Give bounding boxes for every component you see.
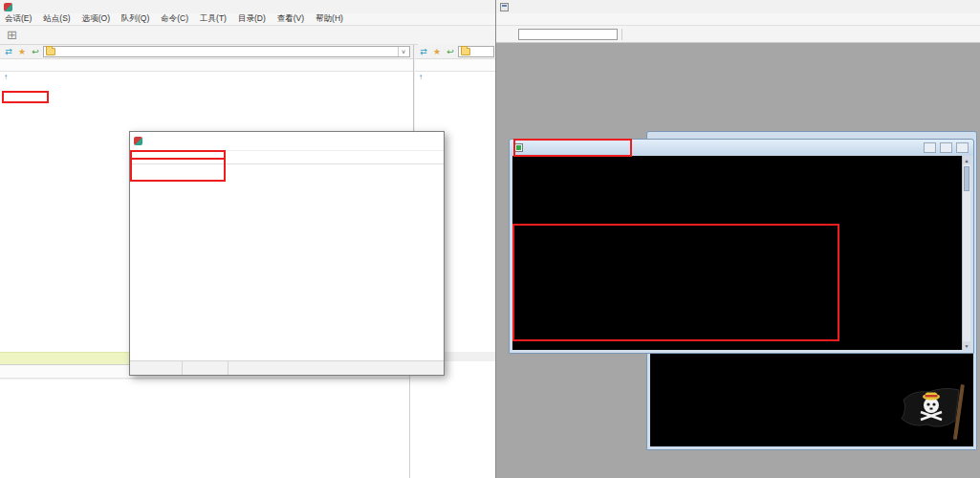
securecrt-window: ▲ ▼ [495, 0, 980, 478]
close-button[interactable] [424, 135, 440, 148]
terminal-window-server: ▲ ▼ [509, 139, 974, 354]
terminal-server-screen[interactable]: ▲ ▼ [512, 156, 970, 350]
flashfxp-icon [4, 3, 12, 11]
file-row[interactable] [0, 83, 413, 95]
securecrt-menubar [496, 13, 980, 26]
host-input[interactable] [518, 29, 618, 40]
menu-item[interactable]: 命令(C) [156, 12, 193, 26]
parent-directory-row[interactable]: ↑ [415, 72, 497, 83]
securecrt-titlebar[interactable] [496, 0, 980, 13]
go-up-icon[interactable]: ↩ [445, 46, 456, 57]
folder-icon [46, 48, 55, 55]
editor-app-icon [134, 137, 142, 145]
terminal-session-icon [514, 143, 523, 152]
menu-item[interactable]: 选项(O) [77, 12, 115, 26]
flashfxp-menubar: 会话(E)站点(S)选项(O)队列(Q)命令(C)工具(T)目录(D)查看(V)… [0, 13, 496, 26]
scrollbar-thumb[interactable] [964, 166, 969, 191]
up-arrow-icon: ↑ [419, 74, 423, 81]
right-pane-toolbar: ⇄ ★ ↩ [415, 45, 497, 59]
left-file-list: ↑ [0, 72, 413, 95]
minimize-button[interactable] [924, 142, 936, 153]
favorites-icon[interactable]: ★ [16, 46, 28, 57]
menu-item[interactable]: 会话(E) [0, 12, 36, 26]
text-editor-window [129, 131, 445, 376]
menu-item[interactable]: 目录(D) [233, 12, 271, 26]
swap-panes-icon[interactable]: ⇄ [418, 46, 429, 57]
maximize-button[interactable] [403, 135, 420, 148]
pirate-flag-watermark [900, 382, 970, 444]
minimize-button[interactable] [383, 135, 400, 148]
left-pane-toolbar: ⇄ ★ ↩ ˅ [0, 45, 413, 59]
securecrt-icon [500, 3, 509, 11]
terminal-line [650, 355, 973, 361]
status-line-number [130, 361, 183, 375]
status-saved [183, 361, 229, 375]
menu-item[interactable] [130, 157, 140, 159]
go-up-icon[interactable]: ↩ [30, 46, 41, 57]
right-path-combobox[interactable] [458, 46, 494, 57]
right-file-list: ↑ [415, 72, 497, 95]
editor-menubar [130, 151, 444, 164]
menu-item[interactable]: 队列(Q) [117, 12, 154, 26]
queue-list[interactable] [0, 380, 409, 478]
scroll-up-icon[interactable]: ▲ [963, 156, 970, 164]
menu-item[interactable]: 查看(V) [272, 12, 309, 26]
desktop: { "flashfxp": { "title": "[192.168.1.161… [0, 0, 980, 478]
flashfxp-titlebar[interactable] [0, 0, 496, 13]
left-path-combobox[interactable]: ˅ [43, 46, 410, 57]
editor-titlebar[interactable] [130, 132, 444, 151]
up-arrow-icon: ↑ [4, 74, 8, 81]
left-columns-header [0, 59, 413, 72]
securecrt-toolbar [496, 26, 980, 43]
status-file-path [229, 361, 444, 375]
right-columns-header [415, 59, 497, 72]
menu-item[interactable]: 工具(T) [195, 12, 231, 26]
close-button[interactable] [956, 142, 969, 153]
editor-text [131, 165, 443, 171]
parent-directory-row[interactable]: ↑ [0, 72, 413, 83]
folder-icon [461, 48, 470, 55]
status-log-panel [409, 361, 497, 478]
file-row[interactable] [415, 83, 497, 95]
menu-item[interactable]: 站点(S) [38, 12, 75, 26]
terminal-scrollbar[interactable]: ▲ ▼ [962, 156, 970, 350]
combo-dropdown-icon[interactable]: ˅ [398, 47, 408, 56]
swap-panes-icon[interactable]: ⇄ [3, 46, 14, 57]
terminal-line [512, 156, 961, 163]
terminal-titlebar[interactable] [510, 140, 973, 156]
menu-item[interactable]: 帮助(H) [311, 12, 348, 26]
editor-content-area[interactable] [131, 165, 443, 360]
editor-statusbar [130, 360, 444, 375]
toolbar-separator [621, 29, 622, 40]
maximize-button[interactable] [940, 142, 952, 153]
favorites-icon[interactable]: ★ [431, 46, 443, 57]
scroll-down-icon[interactable]: ▼ [963, 341, 970, 350]
menu-item[interactable] [496, 18, 506, 20]
flashfxp-toolbar-right [418, 26, 496, 45]
connect-icon[interactable]: ⊞ [4, 28, 20, 43]
